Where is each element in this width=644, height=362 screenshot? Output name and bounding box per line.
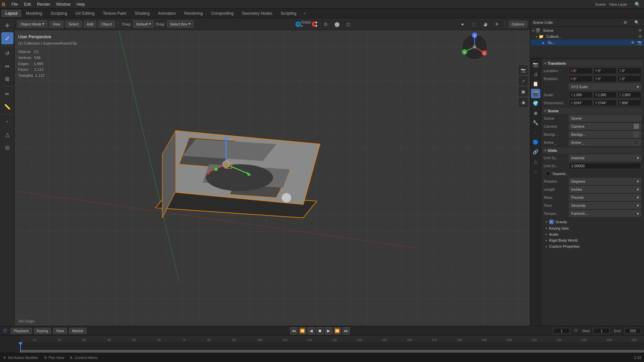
toolbar-measure-tool[interactable]: 📏 xyxy=(1,101,13,113)
custom-props-section[interactable]: ▸ Custom Properties xyxy=(542,243,643,249)
toolbar-rotate-tool[interactable]: ↺ xyxy=(1,47,13,59)
scene-row-scene[interactable]: ▾ 🎬 Scene 👁 xyxy=(530,27,644,34)
prop-output-icon[interactable]: 🖨 xyxy=(531,69,540,79)
step-forward-btn[interactable]: ⏩ xyxy=(334,327,341,335)
keying-menu-btn[interactable]: Keying xyxy=(34,328,51,334)
dim-x-field[interactable]: X 3243" xyxy=(569,100,593,106)
view-menu-btn-tl[interactable]: View xyxy=(53,328,67,334)
viewport-shade-wire[interactable]: ◌ xyxy=(469,19,479,29)
prop-data-icon[interactable]: △ xyxy=(531,157,540,166)
tab-scripting[interactable]: Scripting xyxy=(277,10,301,17)
tab-uv-editing[interactable]: UV Editing xyxy=(71,10,99,17)
prop-particles-icon[interactable]: · xyxy=(531,128,540,137)
object-menu-btn[interactable]: Object xyxy=(98,21,115,27)
playback-menu-btn[interactable]: Playback xyxy=(11,328,32,334)
location-z-field[interactable]: Z 0° xyxy=(618,67,641,74)
tab-sculpting[interactable]: Sculpting xyxy=(47,10,71,17)
local-view-icon[interactable]: ◉ xyxy=(519,98,528,107)
jump-to-start-btn[interactable]: ⏮ xyxy=(290,327,298,335)
rotation-units-dropdown[interactable]: Degrees ▾ xyxy=(569,178,641,185)
gravity-section[interactable]: ▾ Gravity xyxy=(542,219,643,225)
select-menu-btn[interactable]: Select xyxy=(65,21,82,27)
outliner-search-icon[interactable]: 🔍 xyxy=(632,18,641,27)
tab-texture-paint[interactable]: Texture Paint xyxy=(99,10,130,17)
background-value-btn[interactable]: Backgr... xyxy=(569,131,641,138)
timeline-scrollbar-thumb[interactable] xyxy=(20,350,644,353)
viewport-shade-rendered[interactable]: ☀ xyxy=(492,19,501,29)
timeline-track[interactable]: 10 20 30 40 50 60 70 80 90 100 110 120 1… xyxy=(0,336,644,353)
start-frame-input[interactable]: 1 xyxy=(593,328,610,334)
tab-shading[interactable]: Shading xyxy=(131,10,154,17)
play-reverse-btn[interactable]: ◀ xyxy=(308,327,315,335)
transform-section-header[interactable]: ▾ Transform xyxy=(542,60,643,66)
proportional-edit-icon[interactable]: ⊙ xyxy=(321,19,330,29)
stop-btn[interactable]: ⏹ xyxy=(316,327,324,335)
add-menu-btn[interactable]: Add xyxy=(84,21,97,27)
prop-scene-icon[interactable]: 🎬 xyxy=(531,89,540,98)
view-all-icon[interactable]: ⤢ xyxy=(519,76,528,85)
overlay-icon[interactable]: ⬤ xyxy=(332,19,342,29)
search-top-icon[interactable]: 🔍 xyxy=(633,0,642,9)
toolbar-add-cone-tool[interactable]: △ xyxy=(1,128,13,140)
end-frame-input[interactable]: 250 xyxy=(625,328,641,334)
tab-rendering[interactable]: Rendering xyxy=(180,10,207,17)
dim-y-field[interactable]: Y 2744" xyxy=(593,100,617,106)
scale-x-field[interactable]: X 1.000 xyxy=(569,92,593,98)
audio-section[interactable]: ▸ Audio xyxy=(542,231,643,237)
marker-menu-btn[interactable]: Marker xyxy=(69,328,87,334)
navigation-gizmo[interactable]: Z X Y xyxy=(460,32,490,62)
unit-system-dropdown[interactable]: Imperial ▾ xyxy=(569,155,641,161)
tab-geometry-nodes[interactable]: Geometry Nodes xyxy=(238,10,276,17)
prop-object-icon[interactable]: ◉ xyxy=(531,108,540,118)
toolbar-scale-tool[interactable]: ⇔ xyxy=(1,60,13,72)
toolbar-add-cube-tool[interactable]: ▫ xyxy=(1,116,13,128)
prop-constraints-icon[interactable]: 🔗 xyxy=(531,147,540,157)
prop-render-icon[interactable]: 📷 xyxy=(531,60,540,69)
toolbar-move-tool[interactable]: ⤢ xyxy=(1,32,13,44)
rotation-z-field[interactable]: Z 0° xyxy=(618,75,641,82)
menu-edit[interactable]: Edit xyxy=(21,1,34,7)
global-dropdown[interactable]: 🌐 Global ▾ xyxy=(298,19,308,29)
obj-render-icon[interactable]: 📷 xyxy=(637,41,642,45)
scale-z-field[interactable]: Z 1.000 xyxy=(618,92,641,98)
rigid-body-world-section[interactable]: ▸ Rigid Body World xyxy=(542,237,643,243)
rotation-mode-dropdown[interactable]: XYZ Euler ▾ xyxy=(569,83,641,90)
play-btn[interactable]: ▶ xyxy=(325,327,332,335)
toolbar-transform-tool[interactable]: ⊞ xyxy=(1,73,13,85)
current-frame-input[interactable]: 1 xyxy=(553,328,570,334)
3d-viewport[interactable]: User Perspective (1) Collection | Superm… xyxy=(15,30,530,326)
toolbar-annotate-tool[interactable]: ✏ xyxy=(1,88,13,100)
menu-file[interactable]: File xyxy=(9,1,20,7)
colle-eye-icon[interactable]: 👁 xyxy=(638,35,642,39)
snap-icon[interactable]: 🧲 xyxy=(310,19,319,29)
scene-name-input[interactable]: Scene xyxy=(569,115,641,122)
keying-sets-section[interactable]: ▸ Keying Sets xyxy=(542,225,643,231)
toolbar-origin-tool[interactable]: ◎ xyxy=(1,141,13,153)
camera-to-view-icon[interactable]: 📷 xyxy=(519,65,528,75)
gravity-checkbox[interactable] xyxy=(549,220,554,224)
menu-render[interactable]: Render xyxy=(34,1,53,7)
viewport-shade-solid[interactable]: ● xyxy=(458,19,467,29)
rotation-y-field[interactable]: Y 0° xyxy=(593,75,617,82)
location-x-field[interactable]: X 0° xyxy=(569,67,593,74)
scene-object-row[interactable]: ▲ Su... 👁 📷 xyxy=(530,40,644,46)
step-back-btn[interactable]: ⏪ xyxy=(299,327,306,335)
xray-icon[interactable]: ◻ xyxy=(344,19,353,29)
time-dropdown[interactable]: Seconds ▾ xyxy=(569,202,641,209)
camera-value-btn[interactable]: Camera xyxy=(569,123,641,130)
temp-dropdown[interactable]: Fahrenh... ▾ xyxy=(569,210,641,217)
prop-physics-icon[interactable]: 🔵 xyxy=(531,137,540,147)
tab-layout[interactable]: Layout xyxy=(1,10,21,17)
units-section-header[interactable]: ▾ Units xyxy=(542,147,643,154)
location-y-field[interactable]: Y 0° xyxy=(593,67,617,74)
prop-material-icon[interactable]: ○ xyxy=(531,167,540,176)
scene-colle-row[interactable]: ▾ 📁 Collecti... 👁 xyxy=(530,34,644,40)
prop-modifier-icon[interactable]: 🔧 xyxy=(531,118,540,127)
scene-section-header[interactable]: ▾ Scene xyxy=(542,108,643,114)
tab-modeling[interactable]: Modeling xyxy=(22,10,46,17)
select-box-dropdown[interactable]: Select Box ▾ xyxy=(167,20,194,27)
toolbar-cursor-tool[interactable]: ✛ xyxy=(1,19,13,32)
mass-dropdown[interactable]: Pounds ▾ xyxy=(569,194,641,201)
scale-y-field[interactable]: Y 1.000 xyxy=(593,92,617,98)
jump-to-end-btn[interactable]: ⏭ xyxy=(342,327,350,335)
